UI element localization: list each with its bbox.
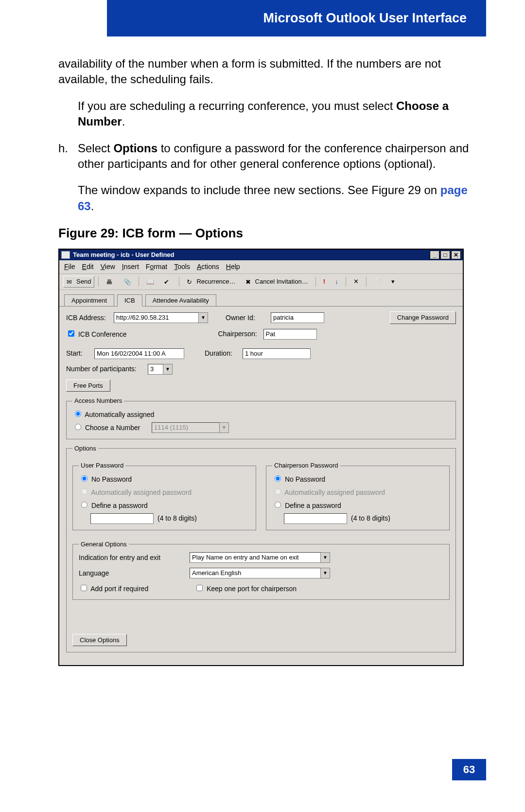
general-options-legend: General Options: [79, 540, 129, 549]
chevron-down-icon[interactable]: ▼: [321, 568, 330, 578]
icb-conference-checkbox[interactable]: ICB Conference: [66, 329, 127, 339]
chair-password-group: Chairperson Password No Password Automat…: [266, 461, 450, 530]
check-icon: ✔: [164, 278, 172, 286]
paragraph: Select Options to configure a password f…: [78, 141, 481, 172]
app-icon: [61, 251, 70, 259]
paperclip-icon: 📎: [123, 278, 131, 286]
duration-input[interactable]: 1 hour: [243, 348, 311, 359]
user-password-group: User Password No Password Automatically …: [72, 461, 256, 530]
tab-appointment[interactable]: Appointment: [64, 294, 114, 307]
menu-view[interactable]: View: [101, 262, 115, 271]
cancel-invitation-button[interactable]: ✖ Cancel Invitation…: [242, 276, 312, 288]
chevron-down-icon[interactable]: ▼: [163, 364, 173, 375]
tabbar: Appointment ICB Attendee Availability: [59, 290, 463, 307]
chair-password-legend: Chairperson Password: [272, 461, 340, 470]
outlook-window: Team meeting - icb - User Defined _ □ ✕ …: [58, 249, 464, 666]
print-button[interactable]: 🖶: [103, 276, 117, 287]
importance-low-button[interactable]: ↓: [332, 276, 342, 288]
participants-label: Number of participants:: [66, 364, 144, 374]
chairperson-label: Chairperson:: [218, 329, 260, 339]
access-numbers-group: Access Numbers Automatically assigned Ch…: [66, 397, 456, 439]
send-button[interactable]: ✉ Send: [63, 276, 94, 288]
maximize-button[interactable]: □: [440, 251, 450, 259]
help-button[interactable]: ❔: [370, 276, 385, 288]
chairperson-input[interactable]: Pat: [263, 329, 317, 340]
add-port-checkbox[interactable]: Add port if required: [79, 583, 191, 594]
checknames-button[interactable]: ✔: [160, 276, 175, 287]
icb-address-label: ICB Address:: [66, 313, 110, 323]
auto-assigned-radio[interactable]: Automatically assigned: [72, 409, 154, 419]
cancel-icon: ✖: [245, 278, 253, 286]
titlebar: Team meeting - icb - User Defined _ □ ✕: [59, 250, 463, 260]
chair-auto-password-radio: Automatically assigned password: [272, 487, 385, 497]
general-options-group: General Options Indication for entry and…: [72, 540, 450, 600]
list-marker: h.: [58, 141, 78, 172]
access-numbers-legend: Access Numbers: [72, 397, 124, 405]
user-auto-password-radio: Automatically assigned password: [79, 487, 192, 497]
icb-address-input[interactable]: http://62.90.58.231 ▼: [114, 312, 208, 323]
figure-caption: Figure 29: ICB form — Options: [58, 225, 481, 242]
options-legend: Options: [72, 444, 98, 453]
user-define-password-radio[interactable]: Define a password: [79, 500, 148, 510]
attach-button[interactable]: 📎: [120, 276, 135, 287]
duration-label: Duration:: [205, 349, 239, 358]
menu-file[interactable]: File: [64, 262, 75, 271]
chevron-down-icon[interactable]: ▼: [321, 552, 330, 563]
participants-input[interactable]: 3 ▼: [148, 364, 173, 375]
language-select[interactable]: American English ▼: [190, 568, 330, 578]
print-icon: 🖶: [106, 278, 114, 286]
language-label: Language: [79, 569, 186, 578]
page-header: Microsoft Outlook User Interface: [107, 0, 486, 36]
tab-icb[interactable]: ICB: [117, 294, 142, 307]
recurrence-icon: ↻: [187, 278, 194, 286]
menu-edit[interactable]: Edit: [82, 262, 94, 271]
importance-high-button[interactable]: !: [320, 276, 329, 288]
recurrence-button[interactable]: ↻ Recurrence…: [183, 276, 239, 288]
chevron-down-icon: ▼: [220, 422, 229, 433]
page-number: 63: [452, 759, 486, 780]
delete-button[interactable]: ✕: [350, 276, 362, 288]
tab-attendee-availability[interactable]: Attendee Availability: [145, 294, 216, 307]
paragraph: The window expands to include three new …: [78, 182, 481, 214]
envelope-icon: ✉: [67, 278, 74, 286]
window-title: Team meeting - icb - User Defined: [73, 251, 175, 259]
header-title: Microsoft Outlook User Interface: [263, 11, 467, 26]
keep-port-checkbox[interactable]: Keep one port for chairperson: [194, 583, 297, 594]
options-group: Options User Password No Password Automa…: [66, 444, 456, 653]
close-options-button[interactable]: Close Options: [72, 634, 127, 647]
owner-id-input[interactable]: patricia: [271, 312, 324, 323]
indication-label: Indication for entry and exit: [79, 553, 186, 562]
chair-define-password-radio[interactable]: Define a password: [272, 500, 341, 510]
addressbook-button[interactable]: 📖: [143, 276, 158, 287]
menu-insert[interactable]: Insert: [122, 262, 139, 271]
book-icon: 📖: [146, 278, 154, 286]
choose-number-radio[interactable]: Choose a Number: [72, 422, 148, 433]
menu-format[interactable]: Format: [146, 262, 167, 271]
user-password-legend: User Password: [79, 461, 125, 470]
choose-number-input: 1114 (1115) ▼: [152, 422, 229, 433]
menu-actions[interactable]: Actions: [197, 262, 219, 271]
toolbar-overflow[interactable]: ▾: [388, 276, 398, 288]
close-button[interactable]: ✕: [451, 251, 461, 259]
owner-id-label: Owner Id:: [226, 313, 267, 323]
menubar: File Edit View Insert Format Tools Actio…: [59, 260, 463, 274]
start-label: Start:: [66, 349, 90, 358]
toolbar: ✉ Send 🖶 📎 📖 ✔ ↻ Recurrence… ✖ Cancel In…: [59, 274, 463, 290]
start-input[interactable]: Mon 16/02/2004 11:00 A: [94, 348, 184, 359]
paragraph: availability of the number when a form i…: [58, 56, 481, 88]
digits-hint: (4 to 8 digits): [351, 514, 390, 523]
chair-password-input[interactable]: [284, 513, 347, 524]
free-ports-button[interactable]: Free Ports: [66, 379, 110, 392]
user-password-input[interactable]: [90, 513, 154, 524]
change-password-button[interactable]: Change Password: [390, 311, 456, 324]
menu-help[interactable]: Help: [226, 262, 240, 271]
chevron-down-icon[interactable]: ▼: [199, 312, 208, 323]
minimize-button[interactable]: _: [430, 251, 439, 259]
digits-hint: (4 to 8 digits): [158, 514, 197, 523]
paragraph: If you are scheduling a recurring confer…: [78, 98, 481, 130]
menu-tools[interactable]: Tools: [174, 262, 190, 271]
indication-select[interactable]: Play Name on entry and Name on exit ▼: [190, 552, 330, 563]
chair-no-password-radio[interactable]: No Password: [272, 474, 325, 484]
user-no-password-radio[interactable]: No Password: [79, 474, 132, 484]
